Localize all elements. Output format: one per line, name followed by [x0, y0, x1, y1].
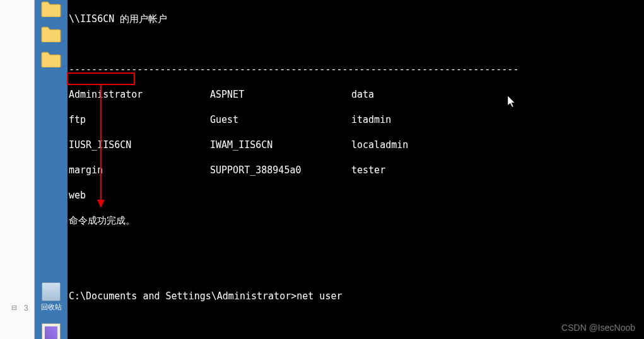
desktop-area: 回收站 事件查看器	[35, 0, 67, 339]
user-row: web	[69, 189, 643, 202]
user-row: marginSUPPORT_388945a0tester	[69, 164, 643, 176]
recycle-bin-icon	[42, 282, 61, 301]
terminal-line	[69, 265, 643, 277]
terminal-divider: ----------------------------------------…	[69, 63, 643, 76]
terminal-line	[69, 315, 643, 328]
command-prompt-window[interactable]: \\IIS6CN 的用户帐户 -------------------------…	[67, 0, 644, 339]
user-row: IUSR_IIS6CNIWAM_IIS6CNlocaladmin	[69, 139, 643, 151]
folder-shortcut-1[interactable]	[35, 0, 67, 18]
folder-icon	[40, 25, 62, 43]
event-viewer-icon	[42, 323, 61, 339]
prompt-line: C:\Documents and Settings\Administrator>…	[69, 290, 643, 302]
user-row: AdministratorASPNETdata	[69, 88, 643, 101]
folder-shortcut-3[interactable]	[35, 50, 67, 68]
folder-shortcut-2[interactable]	[35, 25, 67, 43]
collapse-icon: ⊟	[11, 302, 16, 313]
page-number: 3	[24, 304, 28, 313]
editor-gutter: ⊟ 3	[0, 0, 35, 339]
terminal-line	[69, 239, 643, 252]
success-line: 命令成功完成。	[69, 214, 643, 227]
terminal-line: \\IIS6CN 的用户帐户	[69, 13, 643, 25]
terminal-line	[69, 38, 643, 50]
user-row: ftpGuestitadmin	[69, 113, 643, 126]
event-viewer[interactable]: 事件查看器	[35, 323, 67, 339]
folder-icon	[40, 50, 62, 68]
folder-icon	[40, 0, 62, 18]
watermark: CSDN @IsecNoob	[561, 323, 635, 333]
recycle-bin[interactable]: 回收站	[35, 282, 67, 312]
recycle-bin-label: 回收站	[41, 302, 62, 312]
